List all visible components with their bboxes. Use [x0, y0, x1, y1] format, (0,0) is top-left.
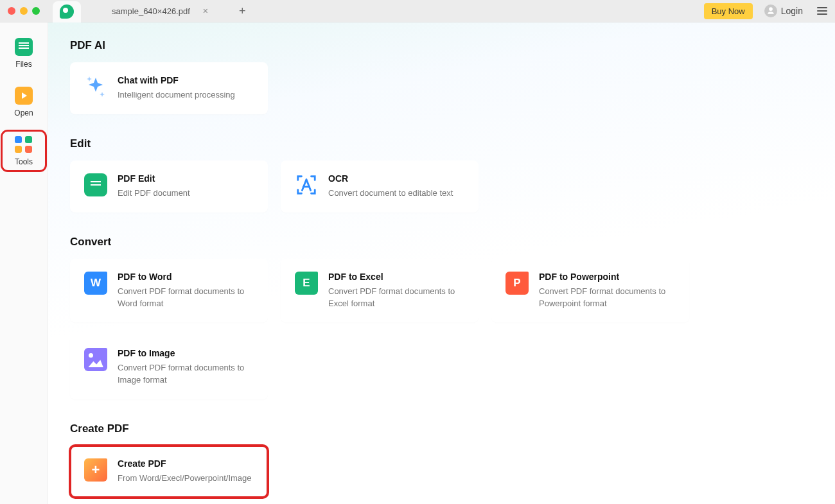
- card-pdf-to-powerpoint[interactable]: PDF to Powerpoint Convert PDF format doc…: [491, 259, 689, 323]
- section-title-create: Create PDF: [70, 422, 813, 435]
- card-desc: Edit PDF document: [118, 187, 254, 200]
- card-title: PDF Edit: [118, 173, 254, 184]
- section-title-edit: Edit: [70, 137, 813, 150]
- card-title: PDF to Image: [118, 348, 254, 358]
- document-tab[interactable]: sample_640×426.pdf ×: [104, 4, 218, 17]
- window-controls: [8, 7, 40, 15]
- sidebar-item-tools[interactable]: Tools: [4, 133, 44, 169]
- card-pdf-to-excel[interactable]: PDF to Excel Convert PDF format document…: [281, 259, 479, 323]
- titlebar: sample_640×426.pdf × + Buy Now Login: [0, 0, 835, 22]
- sidebar-label-tools: Tools: [15, 157, 33, 166]
- open-icon: [15, 87, 33, 105]
- sidebar-label-open: Open: [14, 109, 33, 117]
- ocr-icon: [295, 173, 318, 196]
- app-logo-icon: [60, 4, 74, 19]
- sidebar: Files Open Tools: [0, 22, 48, 504]
- edit-file-icon: [84, 173, 107, 196]
- card-desc: Convert document to editable text: [328, 187, 464, 200]
- card-title: PDF to Excel: [328, 272, 464, 282]
- card-title: Chat with PDF: [118, 75, 254, 85]
- card-title: Create PDF: [118, 458, 254, 469]
- card-ocr[interactable]: OCR Convert document to editable text: [281, 161, 479, 213]
- card-pdf-to-image[interactable]: PDF to Image Convert PDF format document…: [70, 335, 268, 399]
- close-window-button[interactable]: [8, 7, 15, 15]
- card-pdf-edit[interactable]: PDF Edit Edit PDF document: [70, 161, 268, 213]
- card-desc: Convert PDF format documents to Image fo…: [118, 362, 254, 387]
- section-title-pdf-ai: PDF AI: [70, 39, 813, 52]
- card-title: PDF to Powerpoint: [539, 272, 675, 282]
- buy-now-button[interactable]: Buy Now: [704, 3, 753, 19]
- user-avatar-icon: [764, 4, 777, 17]
- sidebar-label-files: Files: [15, 60, 31, 69]
- image-icon: [84, 348, 107, 371]
- word-icon: [84, 272, 107, 295]
- tools-icon: [15, 135, 33, 153]
- card-create-pdf[interactable]: Create PDF From Word/Execl/Powerpoint/Im…: [70, 446, 268, 498]
- section-title-convert: Convert: [70, 236, 813, 248]
- card-desc: Intelligent document processing: [118, 89, 254, 101]
- excel-icon: [295, 272, 318, 295]
- card-desc: Convert PDF format documents to Powerpoi…: [539, 286, 675, 310]
- card-desc: Convert PDF format documents to Excel fo…: [328, 286, 464, 310]
- card-pdf-to-word[interactable]: PDF to Word Convert PDF format documents…: [70, 259, 268, 323]
- login-label: Login: [781, 6, 803, 16]
- create-pdf-icon: [84, 458, 107, 482]
- files-icon: [15, 38, 33, 56]
- card-chat-with-pdf[interactable]: Chat with PDF Intelligent document proce…: [70, 62, 268, 114]
- card-title: OCR: [328, 173, 464, 184]
- document-tab-title: sample_640×426.pdf: [112, 6, 190, 16]
- app-home-tab[interactable]: [53, 1, 81, 22]
- close-tab-icon[interactable]: ×: [200, 4, 211, 17]
- sidebar-item-open[interactable]: Open: [4, 84, 44, 120]
- minimize-window-button[interactable]: [20, 7, 28, 15]
- login-button[interactable]: Login: [764, 4, 803, 17]
- sidebar-item-files[interactable]: Files: [4, 35, 44, 71]
- card-desc: Convert PDF format documents to Word for…: [118, 286, 254, 310]
- card-title: PDF to Word: [118, 272, 254, 282]
- maximize-window-button[interactable]: [32, 7, 40, 15]
- card-desc: From Word/Execl/Powerpoint/Image: [118, 473, 254, 485]
- menu-button[interactable]: [814, 4, 830, 17]
- new-tab-button[interactable]: +: [234, 4, 251, 18]
- sparkle-icon: [84, 75, 107, 98]
- powerpoint-icon: [505, 272, 529, 295]
- main-content: PDF AI Chat with PDF Intelligent documen…: [48, 22, 835, 504]
